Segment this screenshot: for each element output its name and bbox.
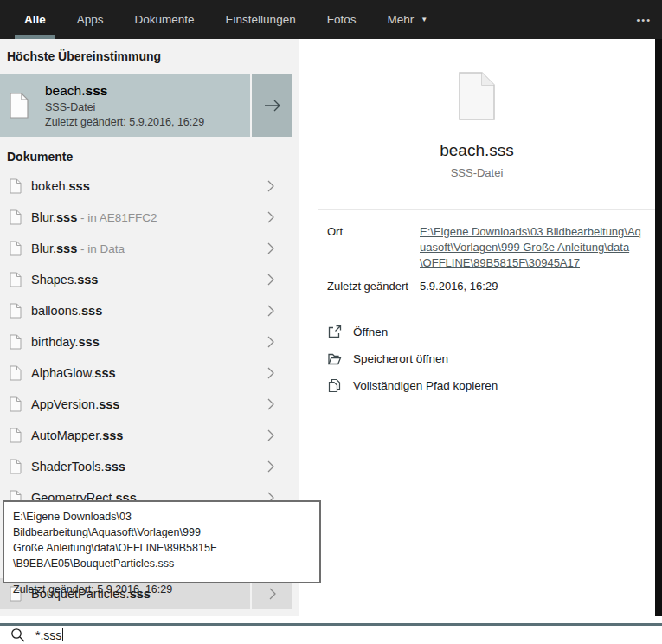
file-icon bbox=[10, 365, 22, 381]
file-name: balloons.sss bbox=[31, 304, 102, 318]
section-header-label: Dokumente bbox=[7, 150, 73, 164]
field-label: Zuletzt geändert bbox=[327, 279, 420, 294]
tab-label: Fotos bbox=[327, 13, 357, 26]
tab-alle[interactable]: Alle bbox=[19, 0, 51, 39]
tab-label: Dokumente bbox=[135, 13, 195, 26]
file-icon bbox=[10, 396, 22, 412]
chevron-right-icon bbox=[267, 366, 275, 380]
preview-file-type: SSS-Datei bbox=[299, 166, 655, 179]
file-name: birthday.sss bbox=[31, 335, 100, 349]
file-name: AppVersion.sss bbox=[31, 397, 119, 411]
search-icon bbox=[10, 628, 25, 642]
tab-apps[interactable]: Apps bbox=[72, 0, 109, 39]
field-ort: Ort E:\Eigene Downloads\03 Bildbearbeitu… bbox=[327, 224, 645, 271]
file-icon-large bbox=[459, 72, 495, 120]
list-item-appversion[interactable]: AppVersion.sss bbox=[0, 389, 299, 420]
field-value: 5.9.2016, 16:29 bbox=[420, 279, 498, 294]
tooltip-modified: Zuletzt geändert: 5.9.2016, 16:29 bbox=[13, 582, 311, 597]
best-match-text: beach.sss SSS-Datei Zuletzt geändert: 5.… bbox=[45, 83, 204, 128]
list-item-automapper[interactable]: AutoMapper.sss bbox=[0, 420, 299, 451]
tooltip: E:\Eigene Downloads\03 Bildbearbeitung\A… bbox=[3, 500, 321, 583]
folder-open-icon bbox=[327, 351, 342, 366]
file-name: Shapes.sss bbox=[31, 273, 98, 287]
open-external-icon bbox=[327, 325, 342, 339]
windows-search-panel: Alle Apps Dokumente Einstellungen Fotos … bbox=[0, 0, 662, 644]
tab-mehr[interactable]: Mehr ▼ bbox=[382, 0, 433, 39]
field-zuletzt-geaendert: Zuletzt geändert 5.9.2016, 16:29 bbox=[327, 279, 645, 294]
file-icon bbox=[10, 272, 22, 287]
file-modified: Zuletzt geändert: 5.9.2016, 16:29 bbox=[45, 116, 204, 128]
list-item-balloons[interactable]: balloons.sss bbox=[0, 295, 299, 326]
open-action[interactable]: Öffnen bbox=[327, 319, 655, 345]
search-bar[interactable]: *.sss bbox=[0, 623, 662, 644]
file-icon bbox=[10, 178, 22, 194]
tab-dokumente[interactable]: Dokumente bbox=[130, 0, 200, 39]
chevron-right-icon bbox=[267, 304, 275, 318]
file-name: ShaderTools.sss bbox=[31, 460, 125, 473]
file-name: beach.sss bbox=[45, 83, 204, 99]
preview-file-name: beach.sss bbox=[299, 141, 655, 160]
tooltip-path: E:\Eigene Downloads\03 Bildbearbeitung\A… bbox=[13, 509, 311, 572]
chevron-down-icon: ▼ bbox=[421, 16, 427, 23]
tab-label: Apps bbox=[77, 13, 104, 26]
file-name: AutoMapper.sss bbox=[31, 428, 123, 442]
list-item-alphaglow[interactable]: AlphaGlow.sss bbox=[0, 357, 299, 389]
copy-full-path-action[interactable]: Vollständigen Pfad kopieren bbox=[327, 372, 655, 399]
chevron-right-icon bbox=[267, 397, 275, 411]
file-details: Ort E:\Eigene Downloads\03 Bildbearbeitu… bbox=[299, 210, 655, 294]
chevron-right-icon bbox=[267, 335, 275, 349]
chevron-right-icon bbox=[267, 460, 275, 473]
copy-icon bbox=[327, 378, 342, 393]
file-icon bbox=[10, 209, 22, 225]
arrow-right-icon bbox=[263, 98, 282, 113]
list-item-shadertools[interactable]: ShaderTools.sss bbox=[0, 451, 299, 482]
file-icon bbox=[10, 334, 22, 350]
chevron-right-icon bbox=[267, 273, 275, 287]
list-item-shapes[interactable]: Shapes.sss bbox=[0, 264, 299, 295]
list-item-blur-data[interactable]: Blur.sss - in Data bbox=[0, 233, 299, 264]
section-header-best-match: Höchste Übereinstimmung bbox=[0, 39, 299, 74]
action-label: Öffnen bbox=[353, 325, 388, 338]
field-label: Ort bbox=[327, 224, 420, 271]
expand-preview-button[interactable] bbox=[252, 74, 292, 137]
chevron-right-icon bbox=[267, 242, 275, 255]
file-actions: Öffnen Speicherort öffnen Vollständigen … bbox=[299, 306, 655, 399]
tab-label: Alle bbox=[24, 13, 46, 26]
section-header-label: Höchste Übereinstimmung bbox=[7, 49, 161, 63]
tab-label: Einstellungen bbox=[226, 13, 296, 26]
tab-label: Mehr bbox=[387, 13, 414, 26]
more-options-icon[interactable]: ••• bbox=[636, 15, 662, 25]
file-icon bbox=[10, 459, 22, 474]
file-type: SSS-Datei bbox=[45, 101, 204, 113]
open-file-location-action[interactable]: Speicherort öffnen bbox=[327, 345, 655, 372]
list-item-blur-ae81ffc2[interactable]: Blur.sss - in AE81FFC2 bbox=[0, 202, 299, 233]
action-label: Vollständigen Pfad kopieren bbox=[353, 379, 498, 392]
search-filter-tabs: Alle Apps Dokumente Einstellungen Fotos … bbox=[0, 0, 662, 39]
tab-einstellungen[interactable]: Einstellungen bbox=[221, 0, 301, 39]
best-match-main[interactable]: beach.sss SSS-Datei Zuletzt geändert: 5.… bbox=[0, 74, 250, 137]
file-icon bbox=[10, 303, 22, 319]
best-match-row[interactable]: beach.sss SSS-Datei Zuletzt geändert: 5.… bbox=[0, 74, 292, 137]
chevron-right-icon bbox=[267, 179, 275, 193]
tab-fotos[interactable]: Fotos bbox=[322, 0, 362, 39]
action-label: Speicherort öffnen bbox=[353, 352, 448, 365]
panel-bottom-spacer bbox=[0, 616, 662, 623]
file-icon bbox=[10, 241, 22, 256]
section-header-documents: Dokumente bbox=[0, 137, 299, 171]
file-icon bbox=[10, 93, 29, 119]
preview-panel: beach.sss SSS-Datei Ort E:\Eigene Downlo… bbox=[299, 39, 655, 616]
chevron-right-icon bbox=[267, 428, 275, 442]
window-edge bbox=[655, 39, 662, 623]
file-name: Blur.sss - in AE81FFC2 bbox=[31, 210, 157, 224]
file-name: Blur.sss - in Data bbox=[31, 242, 125, 255]
chevron-right-icon bbox=[267, 210, 275, 224]
file-icon bbox=[10, 428, 22, 443]
list-item-birthday[interactable]: birthday.sss bbox=[0, 326, 299, 357]
file-name: AlphaGlow.sss bbox=[31, 366, 116, 380]
list-item-bokeh[interactable]: bokeh.sss bbox=[0, 171, 299, 202]
file-location-link[interactable]: E:\Eigene Downloads\03 Bildbearbeitung\A… bbox=[420, 224, 641, 271]
text-caret bbox=[62, 628, 63, 641]
file-name: bokeh.sss bbox=[31, 179, 90, 193]
search-input[interactable]: *.sss bbox=[35, 628, 61, 642]
